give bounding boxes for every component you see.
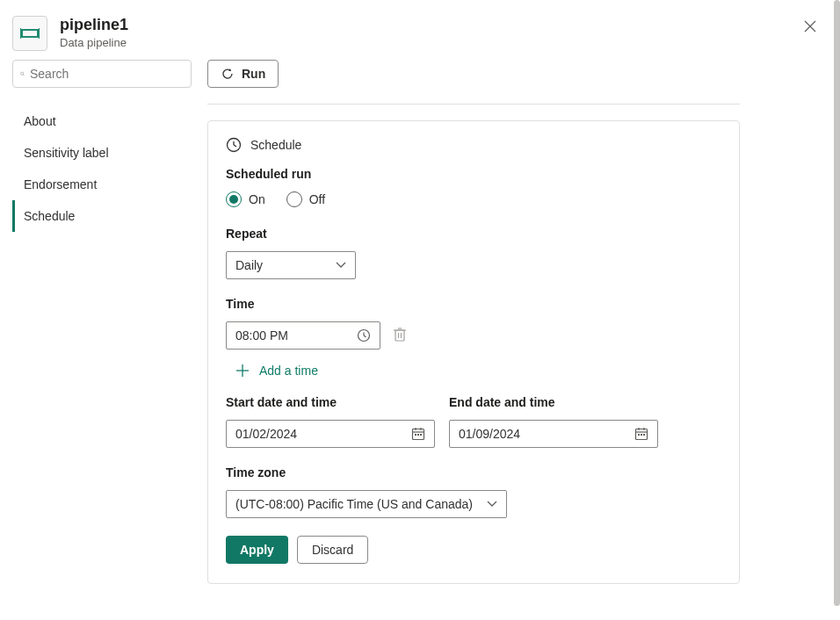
svg-rect-25	[417, 434, 419, 436]
plus-icon	[236, 364, 249, 377]
delete-time-button[interactable]	[393, 327, 407, 345]
clock-small-icon	[357, 328, 371, 342]
timezone-label: Time zone	[226, 465, 721, 479]
radio-off-label: Off	[309, 192, 325, 206]
nav-endorsement[interactable]: Endorsement	[12, 169, 192, 200]
main-content: Run Schedule Scheduled run On	[192, 60, 828, 584]
run-button[interactable]: Run	[207, 60, 279, 88]
pipeline-icon-tile	[12, 16, 47, 51]
run-label: Run	[242, 67, 265, 81]
pipeline-icon	[20, 27, 40, 40]
action-row: Apply Discard	[226, 536, 721, 564]
calendar-icon	[411, 427, 425, 441]
trash-icon	[393, 327, 407, 342]
timezone-select[interactable]: (UTC-08:00) Pacific Time (US and Canada)	[226, 490, 507, 518]
end-date-label: End date and time	[449, 395, 658, 409]
search-box[interactable]	[12, 60, 192, 88]
time-value: 08:00 PM	[235, 328, 288, 342]
start-date-input[interactable]: 01/02/2024	[226, 420, 435, 448]
svg-point-5	[21, 72, 24, 75]
end-date-input[interactable]: 01/09/2024	[449, 420, 658, 448]
scrollbar-thumb[interactable]	[834, 0, 840, 606]
chevron-down-icon	[336, 262, 346, 269]
radio-on[interactable]: On	[226, 191, 265, 207]
svg-line-9	[234, 145, 236, 147]
card-header: Schedule	[226, 137, 721, 153]
radio-on-label: On	[249, 192, 265, 206]
nav-sensitivity-label[interactable]: Sensitivity label	[12, 137, 192, 169]
scheduled-run-label: Scheduled run	[226, 167, 721, 181]
start-date-value: 01/02/2024	[235, 427, 297, 441]
header-text: pipeline1 Data pipeline	[60, 16, 128, 49]
repeat-label: Repeat	[226, 227, 721, 241]
radio-off[interactable]: Off	[286, 191, 325, 207]
svg-rect-24	[415, 434, 416, 436]
add-time-label: Add a time	[259, 364, 318, 378]
refresh-icon	[221, 67, 235, 81]
nav-list: About Sensitivity label Endorsement Sche…	[12, 105, 192, 232]
calendar-icon	[634, 427, 648, 441]
scrollbar-track[interactable]	[833, 0, 840, 620]
repeat-select[interactable]: Daily	[226, 251, 356, 279]
time-input[interactable]: 08:00 PM	[226, 321, 380, 350]
svg-rect-32	[641, 434, 642, 436]
time-label: Time	[226, 297, 721, 311]
repeat-value: Daily	[235, 258, 263, 272]
card-title: Schedule	[250, 138, 301, 152]
svg-line-6	[23, 75, 24, 76]
chevron-down-icon	[487, 501, 497, 508]
end-date-value: 01/09/2024	[459, 427, 520, 441]
svg-rect-0	[22, 30, 38, 37]
add-time-button[interactable]: Add a time	[226, 364, 721, 378]
discard-button[interactable]: Discard	[297, 536, 368, 564]
scheduled-run-radio-group: On Off	[226, 191, 721, 207]
clock-icon	[226, 137, 242, 153]
nav-about[interactable]: About	[12, 105, 192, 137]
search-icon	[20, 67, 25, 81]
radio-off-indicator	[286, 191, 302, 207]
page-title: pipeline1	[60, 16, 128, 34]
close-icon	[804, 20, 816, 32]
sidebar: About Sensitivity label Endorsement Sche…	[12, 60, 192, 584]
divider	[207, 104, 740, 105]
nav-schedule[interactable]: Schedule	[12, 200, 192, 232]
svg-rect-13	[395, 330, 404, 341]
timezone-value: (UTC-08:00) Pacific Time (US and Canada)	[235, 497, 473, 511]
search-input[interactable]	[30, 67, 184, 81]
svg-rect-31	[638, 434, 640, 436]
radio-on-indicator	[226, 191, 242, 207]
page-subtitle: Data pipeline	[60, 36, 128, 49]
schedule-card: Schedule Scheduled run On Off Repeat	[207, 120, 740, 584]
start-date-label: Start date and time	[226, 395, 435, 409]
svg-line-12	[364, 335, 366, 337]
svg-rect-26	[420, 434, 422, 436]
header: pipeline1 Data pipeline	[0, 0, 840, 60]
apply-button[interactable]: Apply	[226, 536, 288, 564]
close-button[interactable]	[801, 18, 819, 35]
svg-rect-33	[643, 434, 645, 436]
